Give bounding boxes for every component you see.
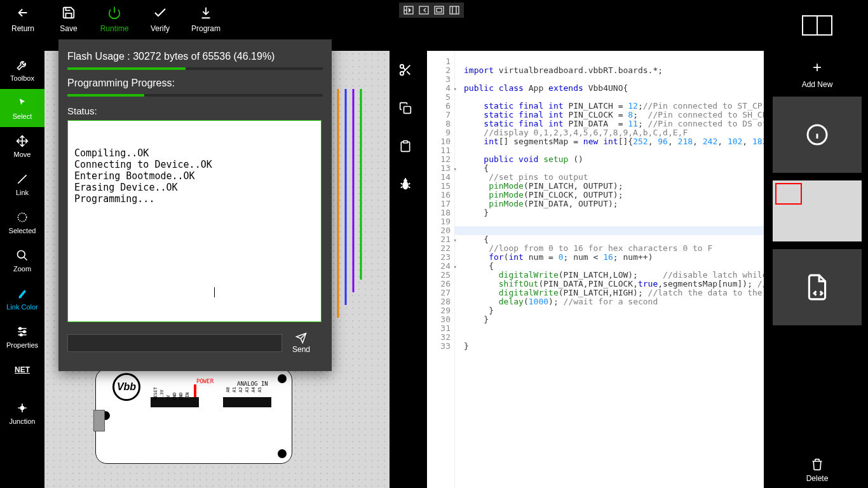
- sidebar-select[interactable]: Select: [0, 89, 44, 127]
- mounting-hole-icon: [278, 449, 287, 458]
- svg-rect-2: [435, 6, 444, 14]
- return-button[interactable]: Return: [0, 0, 46, 39]
- serial-input[interactable]: [67, 334, 282, 352]
- flash-usage-bar: [67, 67, 323, 70]
- check-icon: [153, 4, 168, 22]
- svg-point-10: [21, 407, 24, 410]
- svg-point-7: [19, 327, 21, 329]
- svg-point-20: [402, 181, 408, 189]
- verify-button[interactable]: Verify: [137, 0, 183, 39]
- add-new-label: Add New: [802, 80, 833, 89]
- svg-point-17: [400, 72, 404, 76]
- view-mode-4-icon[interactable]: [447, 4, 461, 17]
- link-label: Link: [16, 189, 29, 196]
- save-label: Save: [60, 24, 77, 33]
- clipboard-icon: [399, 140, 412, 152]
- pencil-icon: [16, 172, 29, 186]
- view-mode-1-icon[interactable]: [402, 4, 416, 17]
- trash-icon: [811, 458, 824, 471]
- save-button[interactable]: Save: [46, 0, 92, 39]
- layout-split-button[interactable]: [802, 15, 832, 36]
- flash-usage-label: Flash Usage : 30272 bytes of 65536 (46.1…: [67, 51, 323, 62]
- bug-icon: [398, 177, 412, 191]
- info-icon: [806, 123, 829, 146]
- power-label: POWER: [196, 378, 214, 384]
- return-label: Return: [11, 24, 34, 33]
- program-button[interactable]: Program: [183, 0, 229, 39]
- power-pin-labels: RESET3.3V5VGNDGNDVIN: [153, 387, 190, 400]
- preview-selection-box: [775, 183, 802, 205]
- sidebar-move[interactable]: Move: [0, 127, 44, 165]
- selected-label: Selected: [9, 227, 36, 234]
- send-button[interactable]: Send: [292, 332, 310, 354]
- svg-point-21: [403, 179, 407, 183]
- code-editor[interactable]: 1234▾5678910111213▾1415161718192021▾2223…: [427, 51, 764, 488]
- usb-port-icon: [93, 410, 105, 431]
- sidebar-toolbox[interactable]: Toolbox: [0, 51, 44, 89]
- copy-icon: [399, 102, 412, 114]
- code-file-tile[interactable]: [773, 249, 862, 325]
- verify-label: Verify: [151, 24, 170, 33]
- back-arrow-icon: [16, 4, 30, 22]
- svg-rect-18: [404, 107, 411, 114]
- plus-icon: +: [813, 58, 822, 76]
- scissors-icon: [398, 63, 412, 77]
- svg-point-8: [24, 330, 25, 332]
- svg-rect-4: [450, 6, 459, 14]
- sliders-icon: [16, 325, 29, 339]
- status-output[interactable]: Compiling..OKConnecting to Device..OKEnt…: [67, 120, 322, 322]
- code-file-icon: [804, 273, 830, 301]
- copy-button[interactable]: [390, 89, 421, 127]
- send-icon: [295, 332, 308, 344]
- wire-traces: [324, 89, 388, 356]
- tools-icon: [16, 58, 29, 72]
- view-mode-3-icon[interactable]: [432, 4, 446, 17]
- line-gutter: 1234▾5678910111213▾1415161718192021▾2223…: [427, 51, 455, 488]
- vbb-logo: Vbb: [112, 373, 140, 401]
- add-new-button[interactable]: + Add New: [802, 58, 833, 89]
- sidebar-link[interactable]: Link: [0, 165, 44, 203]
- sidebar-selected[interactable]: Selected: [0, 203, 44, 241]
- svg-rect-19: [403, 141, 408, 143]
- runtime-label: Runtime: [100, 24, 129, 33]
- design-preview-tile[interactable]: [773, 180, 862, 241]
- info-tile[interactable]: [773, 97, 862, 173]
- power-led-icon: [194, 384, 196, 397]
- analog-pin-labels: A0A1A2A3A4A5: [226, 387, 262, 392]
- junction-label: Junction: [10, 417, 36, 425]
- mounting-hole-icon: [278, 374, 287, 383]
- arduino-board[interactable]: Vbb POWER ANALOG IN RESET3.3V5VGNDGNDVIN…: [95, 369, 292, 464]
- sidebar-zoom[interactable]: Zoom: [0, 241, 44, 280]
- power-icon: [107, 4, 121, 22]
- net-icon: NET: [15, 363, 30, 377]
- move-icon: [16, 134, 29, 148]
- svg-rect-3: [437, 8, 442, 12]
- selection-icon: [16, 210, 29, 224]
- sidebar-junction[interactable]: Junction: [0, 394, 44, 432]
- pointer-icon: [16, 96, 29, 110]
- status-heading: Status:: [67, 105, 323, 116]
- programming-dialog: Flash Usage : 30272 bytes of 65536 (46.1…: [58, 39, 332, 371]
- analog-in-label: ANALOG IN: [237, 381, 268, 387]
- view-mode-group: [399, 3, 464, 18]
- move-label: Move: [14, 151, 31, 158]
- debug-button[interactable]: [390, 165, 421, 203]
- runtime-button[interactable]: Runtime: [92, 0, 137, 39]
- toolbox-label: Toolbox: [10, 74, 34, 82]
- programming-progress-bar: [67, 94, 323, 97]
- cut-button[interactable]: [390, 51, 421, 89]
- paste-button[interactable]: [390, 127, 421, 165]
- view-mode-2-icon[interactable]: [417, 4, 431, 17]
- select-label: Select: [13, 112, 32, 120]
- delete-label: Delete: [806, 474, 829, 483]
- magnify-icon: [16, 248, 29, 262]
- sidebar-properties[interactable]: Properties: [0, 318, 44, 356]
- sidebar-net[interactable]: NET: [0, 356, 44, 394]
- delete-button[interactable]: Delete: [806, 458, 829, 483]
- junction-icon: [16, 401, 29, 415]
- code-body[interactable]: import virtualbreadboard.vbbRT.boards.*;…: [455, 51, 764, 488]
- program-label: Program: [191, 24, 220, 33]
- svg-point-16: [400, 65, 404, 69]
- sidebar-link-color[interactable]: Link Color: [0, 280, 44, 318]
- svg-point-6: [18, 251, 25, 259]
